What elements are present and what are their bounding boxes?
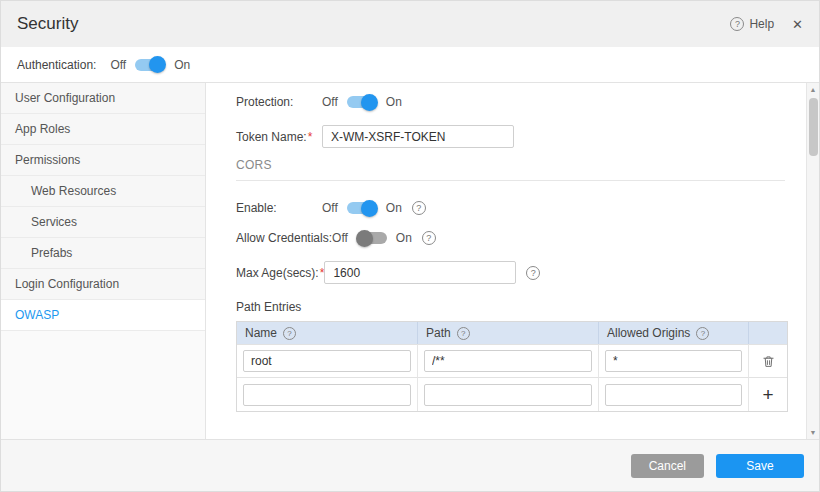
toggle-knob: [361, 200, 378, 217]
sidebar-item-user-configuration[interactable]: User Configuration: [1, 83, 205, 114]
toggle-knob: [149, 56, 166, 73]
column-header-actions: [749, 322, 787, 344]
authentication-bar: Authentication: Off On: [1, 47, 819, 83]
max-age-label: Max Age(secs):*: [236, 266, 324, 280]
help-label[interactable]: Help: [749, 17, 774, 31]
cors-enable-row: Enable: Off On ?: [236, 201, 785, 215]
sidebar: User Configuration App Roles Permissions…: [1, 83, 206, 439]
protection-row: Protection: Off On: [236, 95, 785, 109]
path-entries-table: Name ? Path ? Allowed Origins ?: [236, 321, 788, 412]
plus-icon: +: [762, 385, 773, 404]
authentication-toggle[interactable]: [135, 59, 165, 71]
cors-section-heading: CORS: [236, 158, 785, 172]
cors-enable-off-label: Off: [322, 201, 338, 215]
scroll-up-arrow[interactable]: ▲: [807, 83, 820, 96]
header-actions: ? Help ✕: [730, 17, 803, 32]
table-header-row: Name ? Path ? Allowed Origins ?: [237, 322, 787, 344]
save-button[interactable]: Save: [716, 454, 804, 478]
toggle-knob: [361, 94, 378, 111]
protection-on-label: On: [386, 95, 402, 109]
table-row: [237, 344, 787, 377]
sidebar-item-owasp[interactable]: OWASP: [1, 300, 205, 331]
required-marker: *: [308, 130, 313, 144]
allow-credentials-toggle[interactable]: [357, 232, 387, 244]
close-icon[interactable]: ✕: [792, 17, 803, 32]
sidebar-item-web-resources[interactable]: Web Resources: [1, 176, 205, 207]
help-icon[interactable]: ?: [526, 266, 540, 280]
sidebar-item-app-roles[interactable]: App Roles: [1, 114, 205, 145]
sidebar-item-prefabs[interactable]: Prefabs: [1, 238, 205, 269]
add-row-button[interactable]: +: [760, 383, 775, 406]
help-icon[interactable]: ?: [422, 231, 436, 245]
scroll-down-arrow[interactable]: ▼: [807, 426, 820, 439]
column-header-name: Name ?: [237, 322, 418, 344]
protection-toggle[interactable]: [347, 96, 377, 108]
new-entry-path-input[interactable]: [424, 384, 592, 406]
help-icon[interactable]: ?: [730, 17, 744, 31]
max-age-input[interactable]: [324, 261, 516, 284]
path-entries-label: Path Entries: [236, 300, 785, 314]
path-entry-origins-input[interactable]: [605, 350, 742, 372]
new-entry-name-input[interactable]: [243, 384, 411, 406]
new-entry-origins-input[interactable]: [605, 384, 742, 406]
token-name-input[interactable]: [322, 125, 514, 148]
cors-enable-on-label: On: [386, 201, 402, 215]
help-icon[interactable]: ?: [457, 327, 470, 340]
allow-credentials-on-label: On: [396, 231, 412, 245]
protection-off-label: Off: [322, 95, 338, 109]
authentication-on-label: On: [174, 58, 190, 72]
dialog-body: User Configuration App Roles Permissions…: [1, 83, 819, 439]
sidebar-item-services[interactable]: Services: [1, 207, 205, 238]
path-entry-path-input[interactable]: [424, 350, 592, 372]
help-icon[interactable]: ?: [412, 201, 426, 215]
allow-credentials-row: Allow Credentials: Off On ?: [236, 231, 785, 245]
table-row-new: +: [237, 377, 787, 411]
owasp-panel: Protection: Off On Token Name:* CORS Ena…: [206, 83, 819, 439]
sidebar-item-login-configuration[interactable]: Login Configuration: [1, 269, 205, 300]
max-age-row: Max Age(secs):* ?: [236, 261, 785, 284]
help-button[interactable]: ? Help: [730, 17, 774, 31]
page-title: Security: [17, 14, 78, 34]
column-header-path: Path ?: [418, 322, 599, 344]
path-entry-name-input[interactable]: [243, 350, 411, 372]
authentication-label: Authentication:: [17, 58, 96, 72]
token-name-row: Token Name:*: [236, 125, 785, 148]
delete-row-button[interactable]: [760, 352, 777, 371]
protection-label: Protection:: [236, 95, 322, 109]
allow-credentials-off-label: Off: [332, 231, 348, 245]
help-icon[interactable]: ?: [696, 327, 709, 340]
help-icon[interactable]: ?: [283, 327, 296, 340]
sidebar-item-permissions[interactable]: Permissions: [1, 145, 205, 176]
allow-credentials-label: Allow Credentials:: [236, 231, 332, 245]
vertical-scrollbar[interactable]: ▲ ▼: [806, 83, 819, 439]
cancel-button[interactable]: Cancel: [631, 454, 704, 478]
trash-icon: [762, 354, 775, 369]
authentication-off-label: Off: [110, 58, 126, 72]
dialog-header: Security ? Help ✕: [1, 1, 819, 47]
token-name-label: Token Name:*: [236, 130, 322, 144]
security-dialog: Security ? Help ✕ Authentication: Off On…: [0, 0, 820, 492]
column-header-allowed-origins: Allowed Origins ?: [599, 322, 749, 344]
dialog-footer: Cancel Save: [1, 439, 819, 491]
cors-enable-label: Enable:: [236, 201, 322, 215]
section-divider: [236, 180, 785, 181]
cors-enable-toggle[interactable]: [347, 202, 377, 214]
toggle-knob: [356, 230, 373, 247]
scrollbar-thumb[interactable]: [809, 98, 818, 156]
